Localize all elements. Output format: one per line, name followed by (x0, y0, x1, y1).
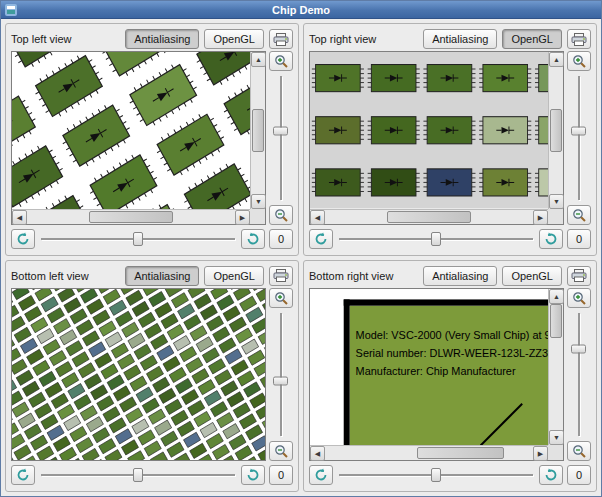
print-button[interactable] (269, 29, 293, 49)
graphics-view[interactable]: Model: VSC-2000 (Very Small Chip) at 9 S… (309, 288, 564, 462)
graphics-view[interactable]: ▲ ▼ ◀ ▶ (11, 51, 266, 225)
scroll-right-button[interactable]: ▶ (533, 446, 548, 461)
antialiasing-button[interactable]: Antialiasing (125, 266, 199, 286)
panel-header: Top right view Antialiasing OpenGL (309, 27, 591, 51)
zoom-slider[interactable] (569, 74, 589, 202)
scroll-right-button[interactable]: ▶ (533, 210, 548, 225)
scroll-left-button[interactable]: ◀ (310, 446, 325, 461)
vertical-scrollbar[interactable]: ▲ ▼ (548, 289, 563, 446)
slider-handle[interactable] (273, 376, 288, 385)
scroll-down-button[interactable]: ▼ (251, 194, 266, 209)
slider-handle[interactable] (431, 468, 441, 482)
antialiasing-button[interactable]: Antialiasing (423, 266, 497, 286)
scroll-handle[interactable] (387, 211, 470, 223)
rotate-left-button[interactable] (11, 465, 35, 485)
zoom-in-button[interactable] (269, 288, 293, 308)
print-button[interactable] (567, 29, 591, 49)
vertical-scrollbar[interactable]: ▲ ▼ (250, 52, 265, 209)
scroll-up-button[interactable]: ▲ (251, 52, 266, 67)
scroll-handle[interactable] (89, 211, 172, 223)
scroll-track[interactable] (27, 210, 235, 224)
scroll-track[interactable] (549, 67, 563, 194)
opengl-button[interactable]: OpenGL (204, 29, 264, 49)
zoom-out-button[interactable] (269, 205, 293, 225)
view-label: Bottom right view (309, 270, 393, 282)
zoom-out-button[interactable] (567, 205, 591, 225)
scroll-handle[interactable] (417, 447, 504, 459)
slider-handle[interactable] (273, 127, 288, 136)
scroll-left-button[interactable]: ◀ (12, 210, 27, 225)
reset-button[interactable]: 0 (567, 465, 591, 485)
panel-bottom-right: Bottom right view Antialiasing OpenGL Mo… (303, 260, 597, 493)
printer-icon (273, 269, 289, 282)
rotate-row: 0 (309, 227, 591, 251)
rotate-right-icon (544, 232, 558, 246)
rotate-left-icon (16, 232, 30, 246)
rotate-slider[interactable] (337, 229, 535, 249)
graphics-view[interactable]: ▲ ▼ ◀ ▶ (309, 51, 564, 225)
zoom-in-button[interactable] (567, 51, 591, 71)
rotate-left-button[interactable] (309, 229, 333, 249)
zoom-slider[interactable] (569, 311, 589, 439)
reset-button[interactable]: 0 (269, 465, 293, 485)
scrollbar-corner (548, 445, 563, 460)
rotate-left-icon (16, 468, 30, 482)
zoom-in-button[interactable] (269, 51, 293, 71)
zoom-out-icon (274, 444, 288, 458)
scroll-track[interactable] (325, 210, 533, 224)
vertical-scrollbar[interactable]: ▲ ▼ (548, 52, 563, 209)
rotate-left-icon (314, 468, 328, 482)
window-titlebar[interactable]: Chip Demo (1, 1, 601, 19)
zoom-slider[interactable] (271, 74, 291, 202)
reset-button[interactable]: 0 (567, 229, 591, 249)
rotate-slider[interactable] (337, 465, 535, 485)
opengl-button[interactable]: OpenGL (502, 29, 562, 49)
scroll-track[interactable] (325, 446, 533, 460)
scroll-right-button[interactable]: ▶ (235, 210, 250, 225)
rotate-right-button[interactable] (539, 229, 563, 249)
zoom-out-button[interactable] (269, 441, 293, 461)
rotate-right-button[interactable] (241, 465, 265, 485)
scroll-handle[interactable] (550, 304, 562, 338)
zoom-in-icon (572, 54, 586, 68)
slider-handle[interactable] (571, 344, 586, 353)
scroll-down-button[interactable]: ▼ (549, 430, 564, 445)
slider-handle[interactable] (571, 127, 586, 136)
rotate-left-button[interactable] (309, 465, 333, 485)
horizontal-scrollbar[interactable]: ◀ ▶ (12, 209, 250, 224)
slider-handle[interactable] (431, 232, 441, 246)
opengl-button[interactable]: OpenGL (502, 266, 562, 286)
rotate-right-button[interactable] (241, 229, 265, 249)
scroll-handle[interactable] (550, 109, 562, 152)
rotate-right-button[interactable] (539, 465, 563, 485)
rotate-slider[interactable] (39, 465, 237, 485)
graphics-view[interactable] (11, 288, 266, 462)
scroll-track[interactable] (549, 304, 563, 431)
zoom-out-icon (572, 208, 586, 222)
scroll-left-button[interactable]: ◀ (310, 210, 325, 225)
reset-button[interactable]: 0 (269, 229, 293, 249)
print-button[interactable] (269, 266, 293, 286)
zoom-out-button[interactable] (567, 441, 591, 461)
print-button[interactable] (567, 266, 591, 286)
antialiasing-button[interactable]: Antialiasing (125, 29, 199, 49)
scroll-up-button[interactable]: ▲ (549, 52, 564, 67)
scroll-down-button[interactable]: ▼ (549, 194, 564, 209)
scroll-handle[interactable] (252, 109, 264, 152)
rotate-right-icon (544, 468, 558, 482)
zoom-column (269, 51, 293, 225)
zoom-slider[interactable] (271, 311, 291, 439)
horizontal-scrollbar[interactable]: ◀ ▶ (310, 209, 548, 224)
rotate-slider[interactable] (39, 229, 237, 249)
horizontal-scrollbar[interactable]: ◀ ▶ (310, 445, 548, 460)
zoom-in-button[interactable] (567, 288, 591, 308)
scroll-track[interactable] (251, 67, 265, 194)
panel-header: Bottom right view Antialiasing OpenGL (309, 264, 591, 288)
antialiasing-button[interactable]: Antialiasing (423, 29, 497, 49)
rotate-left-button[interactable] (11, 229, 35, 249)
slider-handle[interactable] (133, 232, 143, 246)
slider-handle[interactable] (133, 468, 143, 482)
scroll-up-button[interactable]: ▲ (549, 289, 564, 304)
main-area: Top left view Antialiasing OpenGL ▲ ▼ (1, 19, 601, 496)
opengl-button[interactable]: OpenGL (204, 266, 264, 286)
